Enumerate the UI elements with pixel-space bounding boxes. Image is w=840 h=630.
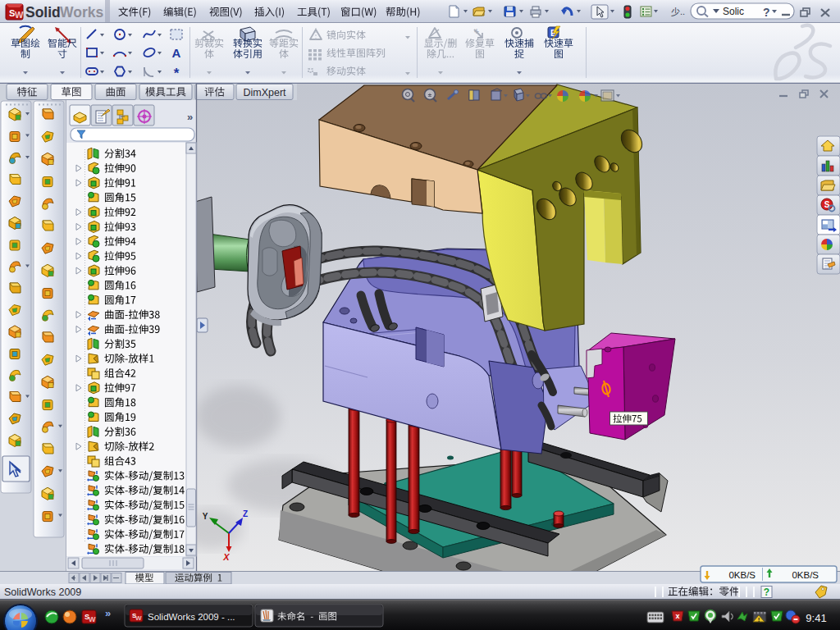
svg-text:x: x	[675, 612, 679, 620]
svg-text:SolidWorks 2009: SolidWorks 2009	[4, 587, 81, 598]
svg-text:0KB/S: 0KB/S	[728, 570, 756, 580]
svg-text:W: W	[89, 615, 96, 623]
svg-text:Z: Z	[243, 509, 248, 518]
svg-text:?: ?	[763, 6, 770, 19]
svg-text:DimXpert: DimXpert	[243, 87, 286, 98]
svg-text:»: »	[105, 607, 111, 619]
svg-text:»: »	[187, 111, 193, 123]
svg-text:?: ?	[764, 587, 769, 598]
svg-text:Solic: Solic	[723, 6, 744, 17]
svg-text:W: W	[135, 614, 142, 622]
svg-text:0KB/S: 0KB/S	[792, 570, 819, 580]
svg-text:X: X	[222, 552, 230, 562]
svg-text:Solid: Solid	[25, 4, 61, 21]
svg-text:SolidWorks 2009 - ...: SolidWorks 2009 - ...	[148, 612, 235, 622]
svg-text:A: A	[172, 46, 181, 60]
svg-text:9:41: 9:41	[806, 612, 826, 624]
svg-text:*: *	[174, 66, 180, 81]
svg-text:Works: Works	[60, 4, 103, 21]
svg-text:少..: 少..	[671, 7, 685, 16]
svg-text:+: +	[474, 27, 479, 36]
svg-text:±: ±	[428, 91, 432, 98]
svg-text:Y: Y	[203, 512, 208, 521]
svg-text:W: W	[15, 10, 24, 20]
svg-text:!: !	[758, 616, 760, 623]
